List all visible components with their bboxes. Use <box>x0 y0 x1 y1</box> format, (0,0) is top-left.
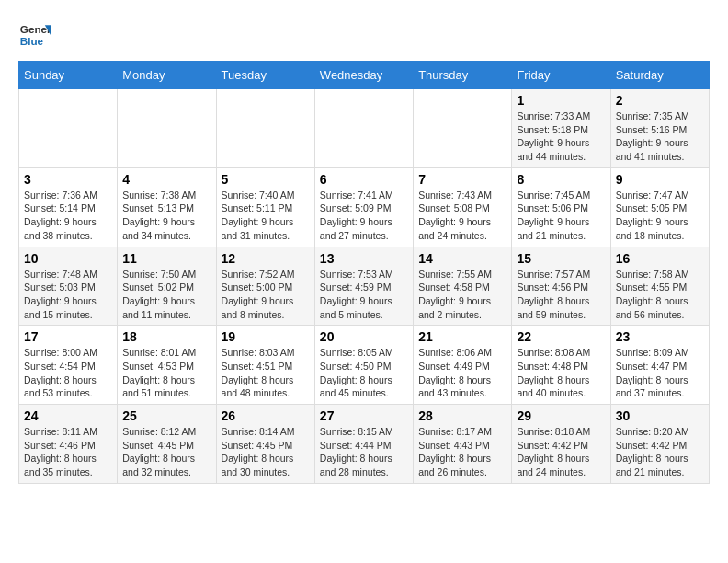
svg-text:Blue: Blue <box>20 35 44 47</box>
calendar-cell: 28Sunrise: 8:17 AMSunset: 4:43 PMDayligh… <box>414 405 512 484</box>
calendar-cell: 25Sunrise: 8:12 AMSunset: 4:45 PMDayligh… <box>118 405 216 484</box>
day-info: Sunrise: 8:09 AMSunset: 4:47 PMDaylight:… <box>616 346 704 400</box>
day-number: 1 <box>517 93 605 108</box>
day-info: Sunrise: 7:55 AMSunset: 4:58 PMDaylight:… <box>418 268 506 322</box>
day-number: 7 <box>418 172 506 187</box>
day-number: 12 <box>222 251 310 266</box>
day-number: 20 <box>320 329 408 344</box>
day-info: Sunrise: 8:06 AMSunset: 4:49 PMDaylight:… <box>418 346 506 400</box>
weekday-header-monday: Monday <box>118 62 216 89</box>
calendar-cell: 5Sunrise: 7:40 AMSunset: 5:11 PMDaylight… <box>216 167 314 247</box>
day-info: Sunrise: 7:52 AMSunset: 5:00 PMDaylight:… <box>222 268 310 322</box>
calendar-cell: 24Sunrise: 8:11 AMSunset: 4:46 PMDayligh… <box>19 405 118 484</box>
calendar-week-3: 10Sunrise: 7:48 AMSunset: 5:03 PMDayligh… <box>19 247 710 326</box>
day-info: Sunrise: 8:20 AMSunset: 4:42 PMDaylight:… <box>616 425 704 479</box>
weekday-header-tuesday: Tuesday <box>216 62 314 89</box>
calendar-cell: 29Sunrise: 8:18 AMSunset: 4:42 PMDayligh… <box>512 405 610 484</box>
calendar-cell: 14Sunrise: 7:55 AMSunset: 4:58 PMDayligh… <box>414 247 512 326</box>
day-number: 29 <box>517 408 605 423</box>
calendar-cell: 26Sunrise: 8:14 AMSunset: 4:45 PMDayligh… <box>216 405 314 484</box>
weekday-header-row: SundayMondayTuesdayWednesdayThursdayFrid… <box>19 62 710 89</box>
day-number: 10 <box>24 251 112 266</box>
day-number: 5 <box>222 172 310 187</box>
calendar-cell: 22Sunrise: 8:08 AMSunset: 4:48 PMDayligh… <box>512 326 610 405</box>
logo: General Blue <box>18 18 51 52</box>
calendar-cell: 3Sunrise: 7:36 AMSunset: 5:14 PMDaylight… <box>19 167 118 247</box>
calendar-week-5: 24Sunrise: 8:11 AMSunset: 4:46 PMDayligh… <box>19 405 710 484</box>
day-number: 2 <box>616 93 704 108</box>
day-number: 24 <box>24 408 112 423</box>
calendar-table: SundayMondayTuesdayWednesdayThursdayFrid… <box>18 61 710 484</box>
day-info: Sunrise: 8:17 AMSunset: 4:43 PMDaylight:… <box>418 425 506 479</box>
day-number: 6 <box>320 172 408 187</box>
logo-icon: General Blue <box>18 18 51 52</box>
day-number: 13 <box>320 251 408 266</box>
day-number: 3 <box>24 172 112 187</box>
weekday-header-saturday: Saturday <box>610 62 709 89</box>
day-number: 25 <box>122 408 210 423</box>
calendar-cell <box>118 89 216 168</box>
day-info: Sunrise: 7:38 AMSunset: 5:13 PMDaylight:… <box>122 189 210 243</box>
calendar-week-4: 17Sunrise: 8:00 AMSunset: 4:54 PMDayligh… <box>19 326 710 405</box>
calendar-cell: 20Sunrise: 8:05 AMSunset: 4:50 PMDayligh… <box>314 326 413 405</box>
calendar-cell: 2Sunrise: 7:35 AMSunset: 5:16 PMDaylight… <box>610 89 709 168</box>
day-number: 23 <box>616 329 704 344</box>
calendar-cell: 7Sunrise: 7:43 AMSunset: 5:08 PMDaylight… <box>414 167 512 247</box>
calendar-cell: 18Sunrise: 8:01 AMSunset: 4:53 PMDayligh… <box>118 326 216 405</box>
calendar-cell: 17Sunrise: 8:00 AMSunset: 4:54 PMDayligh… <box>19 326 118 405</box>
calendar-cell <box>414 89 512 168</box>
calendar-cell: 10Sunrise: 7:48 AMSunset: 5:03 PMDayligh… <box>19 247 118 326</box>
day-info: Sunrise: 7:50 AMSunset: 5:02 PMDaylight:… <box>122 268 210 322</box>
day-info: Sunrise: 7:58 AMSunset: 4:55 PMDaylight:… <box>616 268 704 322</box>
calendar-cell: 19Sunrise: 8:03 AMSunset: 4:51 PMDayligh… <box>216 326 314 405</box>
day-number: 11 <box>122 251 210 266</box>
calendar-cell: 8Sunrise: 7:45 AMSunset: 5:06 PMDaylight… <box>512 167 610 247</box>
calendar-body: 1Sunrise: 7:33 AMSunset: 5:18 PMDaylight… <box>19 89 710 484</box>
calendar-cell: 21Sunrise: 8:06 AMSunset: 4:49 PMDayligh… <box>414 326 512 405</box>
day-number: 14 <box>418 251 506 266</box>
day-number: 21 <box>418 329 506 344</box>
weekday-header-wednesday: Wednesday <box>314 62 413 89</box>
day-info: Sunrise: 7:48 AMSunset: 5:03 PMDaylight:… <box>24 268 112 322</box>
day-number: 19 <box>222 329 310 344</box>
calendar-cell: 30Sunrise: 8:20 AMSunset: 4:42 PMDayligh… <box>610 405 709 484</box>
day-info: Sunrise: 8:15 AMSunset: 4:44 PMDaylight:… <box>320 425 408 479</box>
calendar-cell: 27Sunrise: 8:15 AMSunset: 4:44 PMDayligh… <box>314 405 413 484</box>
day-info: Sunrise: 8:08 AMSunset: 4:48 PMDaylight:… <box>517 346 605 400</box>
calendar-cell <box>19 89 118 168</box>
day-info: Sunrise: 7:53 AMSunset: 4:59 PMDaylight:… <box>320 268 408 322</box>
day-info: Sunrise: 8:01 AMSunset: 4:53 PMDaylight:… <box>122 346 210 400</box>
day-info: Sunrise: 7:43 AMSunset: 5:08 PMDaylight:… <box>418 189 506 243</box>
day-number: 22 <box>517 329 605 344</box>
weekday-header-friday: Friday <box>512 62 610 89</box>
calendar-cell: 13Sunrise: 7:53 AMSunset: 4:59 PMDayligh… <box>314 247 413 326</box>
day-number: 16 <box>616 251 704 266</box>
calendar-cell <box>216 89 314 168</box>
day-number: 27 <box>320 408 408 423</box>
day-number: 8 <box>517 172 605 187</box>
svg-text:General: General <box>20 23 51 35</box>
calendar-cell: 6Sunrise: 7:41 AMSunset: 5:09 PMDaylight… <box>314 167 413 247</box>
calendar-cell: 12Sunrise: 7:52 AMSunset: 5:00 PMDayligh… <box>216 247 314 326</box>
day-info: Sunrise: 7:36 AMSunset: 5:14 PMDaylight:… <box>24 189 112 243</box>
day-info: Sunrise: 7:47 AMSunset: 5:05 PMDaylight:… <box>616 189 704 243</box>
day-info: Sunrise: 8:03 AMSunset: 4:51 PMDaylight:… <box>222 346 310 400</box>
day-info: Sunrise: 7:57 AMSunset: 4:56 PMDaylight:… <box>517 268 605 322</box>
calendar-cell: 11Sunrise: 7:50 AMSunset: 5:02 PMDayligh… <box>118 247 216 326</box>
day-info: Sunrise: 8:14 AMSunset: 4:45 PMDaylight:… <box>222 425 310 479</box>
day-number: 4 <box>122 172 210 187</box>
day-info: Sunrise: 7:41 AMSunset: 5:09 PMDaylight:… <box>320 189 408 243</box>
calendar-week-1: 1Sunrise: 7:33 AMSunset: 5:18 PMDaylight… <box>19 89 710 168</box>
page-header: General Blue <box>18 18 710 52</box>
day-number: 9 <box>616 172 704 187</box>
day-info: Sunrise: 8:12 AMSunset: 4:45 PMDaylight:… <box>122 425 210 479</box>
day-info: Sunrise: 8:11 AMSunset: 4:46 PMDaylight:… <box>24 425 112 479</box>
calendar-cell: 9Sunrise: 7:47 AMSunset: 5:05 PMDaylight… <box>610 167 709 247</box>
day-number: 26 <box>222 408 310 423</box>
weekday-header-thursday: Thursday <box>414 62 512 89</box>
day-info: Sunrise: 8:00 AMSunset: 4:54 PMDaylight:… <box>24 346 112 400</box>
day-info: Sunrise: 7:45 AMSunset: 5:06 PMDaylight:… <box>517 189 605 243</box>
calendar-header: SundayMondayTuesdayWednesdayThursdayFrid… <box>19 62 710 89</box>
day-info: Sunrise: 7:40 AMSunset: 5:11 PMDaylight:… <box>222 189 310 243</box>
day-number: 15 <box>517 251 605 266</box>
